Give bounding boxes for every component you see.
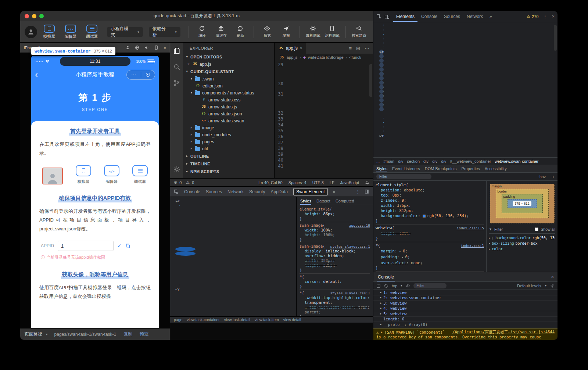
elements-scrollbar[interactable]: [554, 25, 557, 51]
css-property[interactable]: user-select: none;: [376, 260, 484, 265]
compile-button[interactable]: 编译: [193, 25, 212, 38]
computed-property-row[interactable]: ▶ box-sizing border-box: [489, 241, 555, 246]
console-entry[interactable]: ▶ 3: webview: [373, 301, 557, 306]
element-row[interactable]: fe72b36223f6723ef21af3f9a35fae78-0" prel…: [379, 58, 384, 63]
breadcrumb-item[interactable]: view.task-item: [255, 317, 279, 322]
console-length-entry[interactable]: ▶ length: 6: [373, 317, 557, 322]
element-row[interactable]: height: 100%;"></section>: [379, 28, 384, 32]
copy-path-button[interactable]: 复制: [123, 331, 132, 337]
color-swatch[interactable]: [423, 215, 426, 218]
element-row[interactable]: background-3" style="position: absolute;…: [379, 23, 384, 28]
collapse-panel-icon[interactable]: »: [164, 45, 166, 50]
devtools-tab[interactable]: Network: [227, 189, 244, 194]
devtools-tab[interactable]: Console: [184, 189, 200, 194]
element-row[interactable]: <section class="webview-background" id="…: [379, 120, 384, 125]
eol[interactable]: LF: [330, 180, 334, 185]
breadcrumb-item[interactable]: section: [407, 159, 420, 164]
breadcrumb-item[interactable]: div: [423, 159, 429, 164]
stylesheet-link[interactable]: styles_slaves.css:1: [327, 291, 370, 295]
css-property[interactable]: margin: ▸ 0;: [376, 248, 484, 254]
encoding[interactable]: UTF-8: [312, 180, 324, 185]
code-editor[interactable]: 29key:'swan-quick-start-tasksData',30suc…: [275, 61, 373, 178]
close-button[interactable]: [25, 14, 29, 18]
css-property[interactable]: width: 375px;: [376, 203, 484, 208]
css-property[interactable]: top: 0px;: [376, 193, 484, 198]
element-row[interactable]: preloader-url.js" src="file:///Users/tst…: [379, 72, 384, 76]
minimize-button[interactable]: [32, 14, 36, 18]
computed-property-row[interactable]: ▶ background-color rgb(50, 136, 254): [489, 235, 555, 241]
sidebar-section-header[interactable]: ▸ TIMELINE: [183, 160, 274, 168]
breadcrumb-item[interactable]: div: [441, 159, 446, 164]
search-suggest-button[interactable]: 搜索建议: [349, 25, 369, 38]
css-property[interactable]: height: 86px;: [300, 212, 370, 216]
expand-arrow-icon[interactable]: ▶: [381, 331, 382, 334]
css-property[interactable]: height: 100%;: [376, 231, 484, 236]
expand-arrow-icon[interactable]: ▶: [380, 307, 381, 310]
breadcrumb[interactable]: app.js › ◆ writeDataToStorage › <functi: [275, 54, 373, 61]
css-property[interactable]: height: 812px;: [376, 208, 484, 213]
css-rule[interactable]: element.style {position: absolute;top: 0…: [376, 182, 484, 224]
devtools-tab[interactable]: Network: [464, 11, 486, 22]
swan-element-row[interactable]: ▼<page>: [175, 198, 180, 203]
stylesheet-link[interactable]: index.css:1: [458, 243, 484, 248]
preview-button[interactable]: 预览: [258, 25, 277, 38]
swan-element-row[interactable]: ▶<view class="task-footer">…</view>: [175, 273, 187, 278]
close-drawer-icon[interactable]: ×: [551, 274, 554, 280]
panel-tab[interactable]: Event Listeners: [392, 166, 420, 171]
home-button[interactable]: [141, 73, 155, 77]
box-model-margin[interactable]: margin border padding 375 × 812: [490, 184, 555, 223]
css-property[interactable]: z-index: 9;: [376, 198, 484, 203]
console-entry[interactable]: ▶ 5: webview: [373, 311, 557, 317]
box-model-content[interactable]: 375 × 812: [508, 199, 537, 208]
css-property[interactable]: -webkit-tap-highlight-color: transparent…: [300, 295, 370, 305]
eye-icon[interactable]: [405, 284, 410, 288]
volume-icon[interactable]: [144, 45, 149, 50]
element-row[interactable]: ▶<webview disablewebsecurity="true" webp…: [379, 133, 384, 138]
swan-element-row[interactable]: ▶<view class="task-item">…</view>: [175, 265, 187, 269]
open-changes-icon[interactable]: ≡: [349, 46, 352, 51]
breadcrumb-item[interactable]: view.task-container: [187, 317, 219, 322]
expand-arrow-icon[interactable]: ▶: [489, 237, 490, 240]
panel-tab[interactable]: Styles: [376, 165, 387, 172]
errors-icon[interactable]: ⊘: [174, 180, 177, 185]
dock-side-icon[interactable]: [365, 189, 369, 194]
breadcrumb-item[interactable]: div: [432, 159, 437, 164]
expand-arrow-icon[interactable]: ▶: [489, 242, 490, 245]
swan-element-row[interactable]: ::after: [175, 229, 196, 234]
element-row[interactable]: <section class="webview-background" id="…: [379, 32, 384, 36]
css-property[interactable]: cursor: default;: [300, 279, 370, 284]
element-row[interactable]: color: rgb(50, 136, 254);" class="swan-c…: [379, 107, 384, 111]
console-sidebar-icon[interactable]: [376, 284, 381, 288]
file-tree-item[interactable]: ▾ .swan: [183, 75, 274, 82]
titlebar[interactable]: guide-quick-start - 百度开发者工具 3.13.1-rc: [20, 11, 373, 21]
styles-filter-input[interactable]: [376, 174, 431, 179]
swan-element-row[interactable]: </view>: [175, 234, 191, 238]
inspect-icon[interactable]: [174, 189, 179, 194]
sidebar-section-header[interactable]: ▸ OUTLINE: [183, 152, 274, 160]
breadcrumb-item[interactable]: div: [398, 159, 403, 164]
element-row[interactable]: 254);"></section>: [379, 45, 384, 50]
breadcrumb-item[interactable]: #main: [383, 159, 394, 164]
devtools-tab[interactable]: Sources: [206, 189, 222, 194]
stylesheet-link[interactable]: index.css:115: [454, 226, 484, 231]
element-row[interactable]: background-8" style="position: absolute;…: [379, 36, 384, 41]
file-tree-item[interactable]: ▸ util: [183, 145, 274, 152]
cursor-position[interactable]: Ln 40, Col 50: [258, 180, 282, 185]
miniprogram-mode-dropdown[interactable]: 小程序模式▾: [107, 27, 143, 37]
swan-element-row[interactable]: ▼<view class="task-detail">: [175, 212, 183, 216]
device-toolbar-icon[interactable]: [384, 14, 390, 19]
swan-element-row[interactable]: ▼<view class="detail-content">: [175, 243, 191, 247]
css-property[interactable]: height: 100%;: [300, 233, 370, 237]
devtools-tab[interactable]: Swan Element: [293, 188, 327, 195]
warnings-icon[interactable]: ⚠: [186, 180, 190, 185]
kebab-menu-icon[interactable]: ⋮: [543, 14, 547, 19]
element-row[interactable]: </webview>: [379, 116, 384, 120]
styles-subtab[interactable]: Styles: [300, 197, 311, 205]
element-row[interactable]: Gecko) Mobile/15E217 swan/2.21.0 swan-ba…: [379, 94, 384, 98]
kebab-menu-icon[interactable]: ⋮: [356, 189, 360, 194]
element-row[interactable]: app.asar/dist/src/window/renderer/compon…: [379, 67, 384, 72]
swan-element-row[interactable]: ▶<view class="task-header">…</view>: [175, 207, 183, 212]
device-icon[interactable]: [154, 45, 159, 50]
css-rules-list[interactable]: element.style {position: absolute;top: 0…: [373, 181, 487, 272]
element-row[interactable]: "webSecurity=0" partition="persist:baidu…: [379, 54, 384, 58]
